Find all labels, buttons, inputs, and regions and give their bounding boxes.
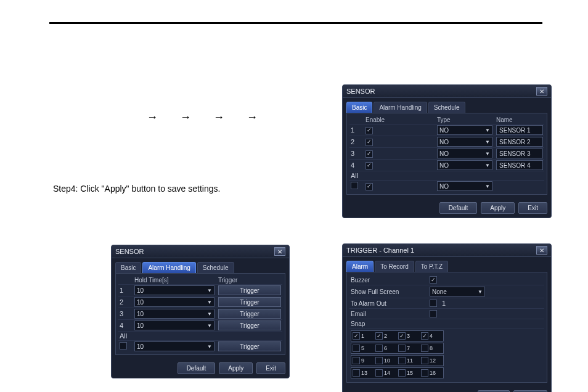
enable-checkbox[interactable]: ✓ — [365, 139, 373, 146]
tab-schedule[interactable]: Schedule — [197, 262, 234, 273]
all-label: All — [120, 332, 131, 340]
button-bar: Default Apply Exit — [112, 359, 289, 378]
table-row: 2 ✓ NO▼ SENSOR 2 — [349, 136, 544, 148]
apply-button[interactable]: Apply — [481, 202, 515, 214]
chevron-down-icon: ▼ — [485, 151, 490, 157]
close-icon[interactable]: ✕ — [274, 247, 285, 256]
all-checkbox[interactable] — [351, 182, 358, 189]
snap-group: ✓1 ✓2 ✓3 ✓4 — [351, 330, 444, 341]
snap-group: 5 6 7 8 — [351, 343, 444, 354]
name-field[interactable]: SENSOR 2 — [496, 137, 543, 147]
alarm-out-label: To Alarm Out — [351, 300, 425, 307]
type-select[interactable]: NO▼ — [437, 181, 492, 191]
chevron-down-icon: ▼ — [207, 344, 212, 349]
trigger-button[interactable]: Trigger — [218, 297, 281, 307]
tabs: Basic Alarm Handling Schedule — [112, 258, 289, 273]
tabs: Basic Alarm Handling Schedule — [343, 98, 551, 113]
name-field[interactable]: SENSOR 4 — [496, 160, 543, 170]
snap-checkbox[interactable] — [375, 345, 383, 352]
tab-to-ptz[interactable]: To P.T.Z — [415, 261, 448, 272]
snap-checkbox[interactable]: ✓ — [375, 332, 383, 340]
titlebar: TRIGGER - Channel 1 ✕ — [343, 244, 551, 257]
hold-time-select[interactable]: 10▼ — [134, 297, 214, 307]
snap-checkbox[interactable] — [421, 345, 428, 352]
all-checkbox[interactable] — [120, 342, 127, 349]
close-icon[interactable]: ✕ — [536, 87, 547, 96]
all-label: All — [351, 172, 362, 179]
all-label-row: All — [118, 332, 282, 341]
chevron-down-icon: ▼ — [207, 311, 212, 317]
snap-checkbox[interactable] — [353, 345, 360, 352]
all-row: ✓ NO▼ — [349, 181, 544, 192]
hold-time-select[interactable]: 10▼ — [134, 341, 214, 351]
name-field[interactable]: SENSOR 1 — [496, 125, 543, 135]
trigger-button[interactable]: Trigger — [218, 309, 281, 319]
panel: Enable Type Name 1 ✓ NO▼ SENSOR 1 2 ✓ NO… — [346, 113, 547, 195]
snap-checkbox[interactable] — [353, 369, 360, 377]
titlebar: SENSOR ✕ — [112, 245, 289, 258]
snap-checkbox[interactable] — [375, 357, 383, 364]
snap-checkbox[interactable] — [398, 345, 406, 352]
exit-button[interactable]: Exit — [256, 362, 285, 374]
default-button[interactable]: Default — [178, 362, 216, 374]
dialog-title: SENSOR — [346, 88, 375, 95]
trigger-button[interactable]: Trigger — [218, 341, 281, 351]
full-screen-select[interactable]: None▼ — [430, 287, 485, 296]
default-button[interactable]: Default — [439, 202, 478, 214]
trigger-button[interactable]: Trigger — [218, 285, 281, 295]
table-row: 3 ✓ NO▼ SENSOR 3 — [349, 148, 544, 160]
hold-time-select[interactable]: 10▼ — [134, 309, 214, 319]
tab-alarm[interactable]: Alarm — [346, 261, 374, 272]
tab-schedule[interactable]: Schedule — [428, 102, 465, 113]
type-select[interactable]: NO▼ — [437, 125, 492, 135]
col-hold: Hold Time[s] — [134, 277, 214, 284]
row-idx: 2 — [351, 138, 362, 145]
enable-checkbox[interactable]: ✓ — [365, 150, 373, 158]
snap-checkbox[interactable] — [398, 369, 406, 377]
snap-label: Snap — [351, 321, 425, 327]
snap-checkbox[interactable]: ✓ — [398, 332, 406, 340]
name-field[interactable]: SENSOR 3 — [496, 149, 543, 158]
enable-checkbox[interactable]: ✓ — [365, 162, 373, 169]
chevron-down-icon: ▼ — [207, 288, 212, 293]
snap-checkbox[interactable] — [398, 357, 406, 364]
close-icon[interactable]: ✕ — [536, 246, 547, 255]
col-name: Name — [496, 116, 543, 123]
snap-checkbox[interactable] — [421, 369, 428, 377]
row-idx: 3 — [120, 310, 131, 317]
row-idx: 4 — [120, 322, 131, 329]
alarm-out-checkbox[interactable] — [430, 300, 437, 307]
chevron-down-icon: ▼ — [485, 139, 490, 145]
snap-checkbox[interactable] — [353, 357, 360, 364]
snap-checkbox[interactable]: ✓ — [421, 332, 428, 340]
hold-time-select[interactable]: 10▼ — [134, 285, 214, 295]
row-idx: 1 — [120, 287, 131, 294]
all-label-row: All — [349, 171, 544, 181]
snap-checkbox[interactable]: ✓ — [353, 332, 360, 340]
row-idx: 4 — [351, 161, 362, 169]
tab-to-record[interactable]: To Record — [375, 261, 414, 272]
horizontal-rule — [49, 22, 542, 24]
enable-checkbox[interactable]: ✓ — [365, 183, 373, 190]
buzzer-checkbox[interactable]: ✓ — [430, 276, 437, 284]
alarm-out-value: 1 — [442, 300, 446, 307]
type-select[interactable]: NO▼ — [437, 149, 492, 158]
tab-alarm-handling[interactable]: Alarm Handling — [374, 102, 427, 113]
type-select[interactable]: NO▼ — [437, 137, 492, 147]
table-row: 1 ✓ NO▼ SENSOR 1 — [349, 125, 544, 136]
tab-basic[interactable]: Basic — [346, 102, 372, 113]
tab-alarm-handling[interactable]: Alarm Handling — [142, 262, 195, 273]
row-idx: 3 — [351, 150, 362, 157]
table-row: 1 10▼ Trigger — [118, 285, 282, 296]
exit-button[interactable]: Exit — [518, 202, 547, 214]
hold-time-select[interactable]: 10▼ — [134, 321, 214, 330]
snap-checkbox[interactable] — [421, 357, 428, 364]
apply-button[interactable]: Apply — [219, 362, 253, 374]
trigger-button[interactable]: Trigger — [218, 321, 281, 330]
enable-checkbox[interactable]: ✓ — [365, 127, 373, 134]
type-select[interactable]: NO▼ — [437, 160, 492, 170]
tab-basic[interactable]: Basic — [115, 262, 141, 273]
all-row: 10▼ Trigger — [118, 341, 282, 352]
snap-checkbox[interactable] — [375, 369, 383, 377]
email-checkbox[interactable] — [430, 310, 437, 317]
